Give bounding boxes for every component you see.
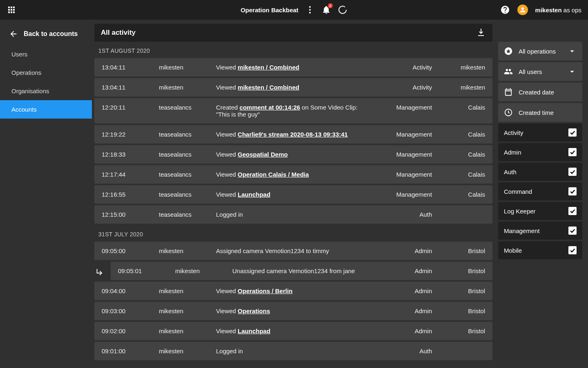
action-link[interactable]: Launchpad <box>238 191 270 198</box>
col-time: 09:02:00 <box>102 328 159 334</box>
col-type: Admin <box>379 307 436 314</box>
activity-row[interactable]: 09:02:00mikestenViewed LaunchpadAdminBri… <box>94 322 492 340</box>
col-user: teasealancs <box>159 104 216 111</box>
filter-label: Created time <box>519 109 577 116</box>
filter-check-management[interactable]: Management <box>498 222 582 240</box>
col-user: mikesten <box>159 64 216 71</box>
action-link[interactable]: mikesten / Combined <box>238 84 299 91</box>
refresh-icon[interactable] <box>338 5 347 15</box>
activity-row[interactable]: 09:03:00mikestenViewed OperationsAdminBr… <box>94 302 492 320</box>
filter-check-activity[interactable]: Activity <box>498 123 582 141</box>
col-time: 09:05:01 <box>118 267 175 274</box>
sidebar: Back to accounts UsersOperationsOrganisa… <box>0 20 92 368</box>
col-user: mikesten <box>159 287 216 294</box>
filter-check-auth[interactable]: Auth <box>498 163 582 181</box>
activity-row[interactable]: 12:20:11teasealancsCreated comment at 00… <box>94 98 492 123</box>
filter-all-users[interactable]: All users <box>498 62 582 81</box>
col-user: teasealancs <box>159 151 216 158</box>
col-user: teasealancs <box>159 131 216 138</box>
filter-check-label: Auth <box>504 168 563 175</box>
col-location: Bristol <box>436 328 485 334</box>
download-icon[interactable] <box>476 28 486 38</box>
action-link[interactable]: Operations / Berlin <box>238 287 292 294</box>
col-user: teasealancs <box>159 191 216 198</box>
sidebar-item-users[interactable]: Users <box>0 45 92 63</box>
activity-row[interactable]: 09:01:00mikestenLogged inAuth <box>94 342 492 360</box>
activity-row[interactable]: 12:17:44teasealancsViewed Operation Cala… <box>94 165 492 184</box>
col-user: mikesten <box>175 267 232 274</box>
action-link[interactable]: comment at 00:14:26 <box>240 104 300 111</box>
checkbox[interactable] <box>568 128 577 137</box>
col-action: Viewed Operations <box>216 307 379 314</box>
sidebar-item-operations[interactable]: Operations <box>0 63 92 82</box>
chevron-down-icon <box>568 67 577 76</box>
activity-row[interactable]: 12:15:00teasealancsLogged inAuth <box>94 205 492 224</box>
col-user: mikesten <box>159 328 216 334</box>
filter-check-mobile[interactable]: Mobile <box>498 241 582 259</box>
notification-badge: 2 <box>328 3 333 8</box>
col-location: Bristol <box>436 307 485 314</box>
sidebar-item-accounts[interactable]: Accounts <box>0 100 92 119</box>
help-icon[interactable] <box>500 5 510 15</box>
action-link[interactable]: Launchpad <box>238 328 270 334</box>
back-to-accounts[interactable]: Back to accounts <box>0 23 92 45</box>
action-link[interactable]: Operations <box>238 307 270 314</box>
filter-check-command[interactable]: Command <box>498 182 582 200</box>
activity-row[interactable]: 13:04:11mikestenViewed mikesten / Combin… <box>94 58 492 76</box>
apps-icon[interactable] <box>7 5 16 15</box>
col-action: Logged in <box>216 211 379 218</box>
col-user: mikesten <box>159 348 216 355</box>
checkbox[interactable] <box>568 227 577 235</box>
checkbox[interactable] <box>568 168 577 176</box>
operation-title: Operation Backbeat <box>241 7 298 13</box>
col-user: mikesten <box>159 307 216 314</box>
page-title: All activity <box>101 29 136 37</box>
activity-row[interactable]: 09:04:00mikestenViewed Operations / Berl… <box>94 282 492 300</box>
col-location: Calais <box>436 131 485 138</box>
col-location: Bristol <box>436 247 485 254</box>
col-type: Admin <box>379 328 436 334</box>
more-vert-icon[interactable] <box>305 5 315 15</box>
activity-row[interactable]: 13:04:11mikestenViewed mikesten / Combin… <box>94 78 492 96</box>
sidebar-item-organisations[interactable]: Organisations <box>0 82 92 100</box>
arrow-back-icon <box>9 29 18 38</box>
col-type: Management <box>379 104 436 111</box>
date-header: 1ST AUGUST 2020 <box>94 42 492 58</box>
col-user: mikesten <box>159 84 216 91</box>
col-action: Viewed Launchpad <box>216 191 379 198</box>
action-link[interactable]: Charlie9's stream 2020-08-13 09:33:41 <box>238 131 348 138</box>
filter-check-admin[interactable]: Admin <box>498 143 582 161</box>
activity-row[interactable]: 09:05:01mikestenUnassigned camera Vemoti… <box>111 262 492 280</box>
col-action: Viewed Launchpad <box>216 328 379 334</box>
checkbox[interactable] <box>568 187 577 195</box>
action-link[interactable]: mikesten / Combined <box>238 64 299 71</box>
action-link[interactable]: Operation Calais / Media <box>238 171 309 178</box>
chevron-down-icon <box>568 47 577 56</box>
checkbox[interactable] <box>568 207 577 215</box>
avatar[interactable] <box>517 4 528 15</box>
action-link[interactable]: Geospatial Demo <box>238 151 288 158</box>
col-type: Management <box>379 131 436 138</box>
col-time: 09:03:00 <box>102 307 159 314</box>
checkbox[interactable] <box>568 246 577 254</box>
star-icon <box>504 47 513 56</box>
filter-created-date[interactable]: Created date <box>498 83 582 101</box>
col-type: Management <box>379 191 436 198</box>
activity-row[interactable]: 12:16:55teasealancsViewed LaunchpadManag… <box>94 185 492 204</box>
activity-row[interactable]: 12:19:22teasealancsViewed Charlie9's str… <box>94 125 492 144</box>
filter-all-operations[interactable]: All operations <box>498 42 582 61</box>
filter-created-time[interactable]: Created time <box>498 103 582 122</box>
activity-row[interactable]: 09:05:00mikestenAssigned camera Vemotion… <box>94 242 492 260</box>
filter-check-label: Activity <box>504 129 563 136</box>
checkbox[interactable] <box>568 148 577 156</box>
calendar-icon <box>504 88 513 96</box>
filter-label: All users <box>519 68 562 75</box>
col-time: 09:01:00 <box>102 348 159 355</box>
col-location: mikesten <box>436 64 485 71</box>
col-action: Unassigned camera Vemotion1234 from jane <box>232 267 379 274</box>
filter-check-log-keeper[interactable]: Log Keeper <box>498 202 582 220</box>
activity-row[interactable]: 12:18:33teasealancsViewed Geospatial Dem… <box>94 145 492 164</box>
notifications-icon[interactable]: 2 <box>321 5 331 15</box>
col-location: Bristol <box>436 287 485 294</box>
filter-check-label: Log Keeper <box>504 208 563 215</box>
